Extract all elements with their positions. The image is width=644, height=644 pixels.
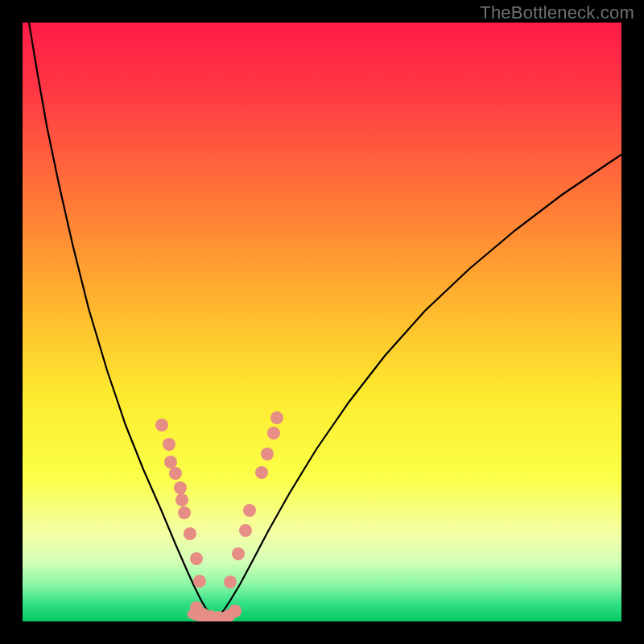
marker-dot xyxy=(267,427,280,440)
marker-dot xyxy=(239,524,252,537)
watermark-text: TheBottleneck.com xyxy=(480,2,634,23)
marker-dot xyxy=(190,552,203,565)
marker-dot xyxy=(243,504,256,517)
marker-dot xyxy=(229,605,242,617)
marker-dot xyxy=(193,575,206,588)
chart-curves xyxy=(23,23,621,621)
marker-dot xyxy=(224,576,237,588)
marker-dot xyxy=(270,411,283,424)
marker-dot xyxy=(174,481,187,494)
marker-dot xyxy=(164,456,177,469)
marker-dot xyxy=(255,466,268,479)
marker-dot xyxy=(175,493,188,506)
marker-dot xyxy=(169,467,182,480)
right-curve xyxy=(219,155,621,615)
scatter-markers xyxy=(155,411,283,621)
marker-dot xyxy=(261,448,274,460)
chart-frame: TheBottleneck.com xyxy=(0,0,644,644)
marker-dot xyxy=(178,506,191,519)
marker-dot xyxy=(163,438,175,451)
plot-area xyxy=(23,23,621,621)
marker-dot xyxy=(184,527,196,540)
marker-dot xyxy=(155,419,168,431)
left-curve xyxy=(29,23,209,613)
marker-dot xyxy=(232,547,245,560)
